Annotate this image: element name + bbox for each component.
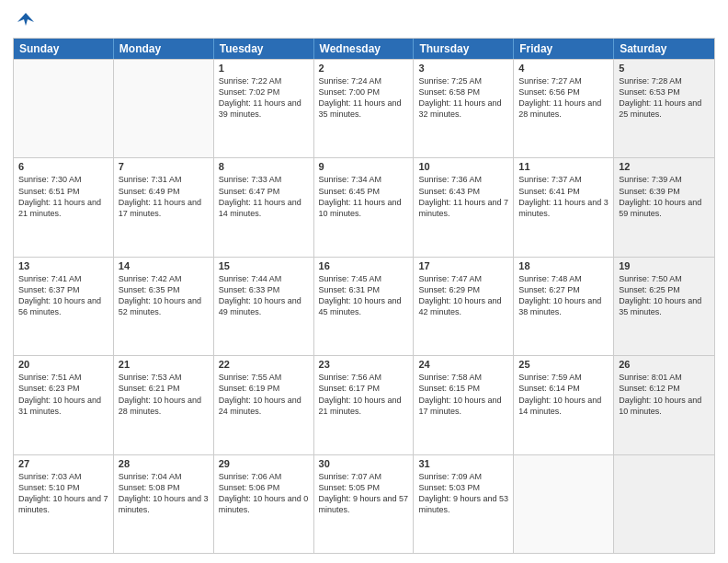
day-number: 2 (319, 63, 409, 74)
calendar-row-3: 20Sunrise: 7:51 AM Sunset: 6:23 PM Dayli… (14, 355, 714, 454)
cell-info: Sunrise: 7:42 AM Sunset: 6:35 PM Dayligh… (119, 273, 209, 318)
day-number: 4 (518, 63, 609, 74)
day-number: 24 (418, 359, 508, 370)
calendar-cell (514, 455, 614, 553)
day-number: 20 (18, 359, 108, 370)
logo (13, 9, 36, 30)
day-number: 28 (119, 458, 209, 469)
calendar-cell: 10Sunrise: 7:36 AM Sunset: 6:43 PM Dayli… (414, 158, 514, 256)
day-number: 22 (219, 359, 309, 370)
calendar-cell: 15Sunrise: 7:44 AM Sunset: 6:33 PM Dayli… (214, 258, 314, 355)
cell-info: Sunrise: 7:59 AM Sunset: 6:14 PM Dayligh… (518, 372, 609, 417)
calendar-cell: 18Sunrise: 7:48 AM Sunset: 6:27 PM Dayli… (514, 258, 614, 355)
cell-info: Sunrise: 7:41 AM Sunset: 6:37 PM Dayligh… (18, 273, 108, 318)
day-number: 19 (619, 260, 710, 271)
calendar-cell: 28Sunrise: 7:04 AM Sunset: 5:08 PM Dayli… (114, 455, 214, 553)
calendar-cell: 5Sunrise: 7:28 AM Sunset: 6:53 PM Daylig… (614, 60, 714, 157)
weekday-header-wednesday: Wednesday (314, 39, 415, 59)
cell-info: Sunrise: 7:24 AM Sunset: 7:00 PM Dayligh… (319, 75, 409, 121)
calendar-cell: 30Sunrise: 7:07 AM Sunset: 5:05 PM Dayli… (314, 455, 415, 553)
day-number: 30 (319, 458, 409, 469)
calendar-row-4: 27Sunrise: 7:03 AM Sunset: 5:10 PM Dayli… (14, 454, 714, 553)
cell-info: Sunrise: 7:33 AM Sunset: 6:47 PM Dayligh… (219, 174, 309, 219)
day-number: 17 (418, 260, 508, 271)
cell-info: Sunrise: 7:55 AM Sunset: 6:19 PM Dayligh… (219, 372, 309, 417)
cell-info: Sunrise: 8:01 AM Sunset: 6:12 PM Dayligh… (619, 372, 710, 417)
calendar-cell (614, 455, 714, 553)
weekday-header-tuesday: Tuesday (214, 39, 314, 59)
cell-info: Sunrise: 7:37 AM Sunset: 6:41 PM Dayligh… (518, 174, 609, 219)
calendar-cell: 3Sunrise: 7:25 AM Sunset: 6:58 PM Daylig… (414, 60, 514, 157)
calendar-cell: 9Sunrise: 7:34 AM Sunset: 6:45 PM Daylig… (314, 158, 415, 256)
cell-info: Sunrise: 7:31 AM Sunset: 6:49 PM Dayligh… (119, 174, 209, 219)
day-number: 3 (418, 63, 508, 74)
cell-info: Sunrise: 7:30 AM Sunset: 6:51 PM Dayligh… (18, 174, 108, 219)
calendar-cell: 14Sunrise: 7:42 AM Sunset: 6:35 PM Dayli… (114, 258, 214, 355)
day-number: 9 (319, 161, 409, 172)
calendar-cell: 16Sunrise: 7:45 AM Sunset: 6:31 PM Dayli… (314, 258, 415, 355)
calendar-header: SundayMondayTuesdayWednesdayThursdayFrid… (14, 39, 714, 59)
calendar-cell: 6Sunrise: 7:30 AM Sunset: 6:51 PM Daylig… (14, 158, 114, 256)
day-number: 25 (518, 359, 609, 370)
calendar-cell: 11Sunrise: 7:37 AM Sunset: 6:41 PM Dayli… (514, 158, 614, 256)
logo-bird-icon (16, 9, 36, 29)
day-number: 26 (619, 359, 710, 370)
day-number: 27 (18, 458, 108, 469)
cell-info: Sunrise: 7:53 AM Sunset: 6:21 PM Dayligh… (119, 372, 209, 417)
day-number: 11 (518, 161, 609, 172)
calendar-cell: 2Sunrise: 7:24 AM Sunset: 7:00 PM Daylig… (314, 60, 415, 157)
day-number: 5 (619, 63, 710, 74)
cell-info: Sunrise: 7:34 AM Sunset: 6:45 PM Dayligh… (319, 174, 409, 219)
cell-info: Sunrise: 7:03 AM Sunset: 5:10 PM Dayligh… (18, 471, 108, 516)
calendar-cell: 8Sunrise: 7:33 AM Sunset: 6:47 PM Daylig… (214, 158, 314, 256)
calendar: SundayMondayTuesdayWednesdayThursdayFrid… (13, 38, 715, 554)
weekday-header-monday: Monday (114, 39, 214, 59)
cell-info: Sunrise: 7:09 AM Sunset: 5:03 PM Dayligh… (418, 471, 508, 516)
calendar-cell: 22Sunrise: 7:55 AM Sunset: 6:19 PM Dayli… (214, 356, 314, 454)
calendar-cell: 20Sunrise: 7:51 AM Sunset: 6:23 PM Dayli… (14, 356, 114, 454)
calendar-cell: 31Sunrise: 7:09 AM Sunset: 5:03 PM Dayli… (414, 455, 514, 553)
calendar-row-0: 1Sunrise: 7:22 AM Sunset: 7:02 PM Daylig… (14, 59, 714, 157)
calendar-body: 1Sunrise: 7:22 AM Sunset: 7:02 PM Daylig… (14, 59, 714, 553)
weekday-header-friday: Friday (514, 39, 614, 59)
day-number: 1 (219, 63, 309, 74)
calendar-cell (14, 60, 114, 157)
cell-info: Sunrise: 7:07 AM Sunset: 5:05 PM Dayligh… (319, 471, 409, 516)
cell-info: Sunrise: 7:25 AM Sunset: 6:58 PM Dayligh… (418, 75, 508, 121)
cell-info: Sunrise: 7:56 AM Sunset: 6:17 PM Dayligh… (319, 372, 409, 417)
calendar-cell: 4Sunrise: 7:27 AM Sunset: 6:56 PM Daylig… (514, 60, 614, 157)
day-number: 29 (219, 458, 309, 469)
day-number: 8 (219, 161, 309, 172)
calendar-row-1: 6Sunrise: 7:30 AM Sunset: 6:51 PM Daylig… (14, 157, 714, 256)
cell-info: Sunrise: 7:28 AM Sunset: 6:53 PM Dayligh… (619, 75, 710, 121)
day-number: 6 (18, 161, 108, 172)
cell-info: Sunrise: 7:39 AM Sunset: 6:39 PM Dayligh… (619, 174, 710, 219)
day-number: 16 (319, 260, 409, 271)
header (13, 9, 715, 30)
day-number: 31 (418, 458, 508, 469)
day-number: 12 (619, 161, 710, 172)
cell-info: Sunrise: 7:27 AM Sunset: 6:56 PM Dayligh… (518, 75, 609, 121)
weekday-header-thursday: Thursday (414, 39, 514, 59)
cell-info: Sunrise: 7:45 AM Sunset: 6:31 PM Dayligh… (319, 273, 409, 318)
calendar-cell: 24Sunrise: 7:58 AM Sunset: 6:15 PM Dayli… (414, 356, 514, 454)
page: SundayMondayTuesdayWednesdayThursdayFrid… (0, 0, 728, 563)
calendar-cell: 13Sunrise: 7:41 AM Sunset: 6:37 PM Dayli… (14, 258, 114, 355)
calendar-cell: 19Sunrise: 7:50 AM Sunset: 6:25 PM Dayli… (614, 258, 714, 355)
calendar-cell: 1Sunrise: 7:22 AM Sunset: 7:02 PM Daylig… (214, 60, 314, 157)
cell-info: Sunrise: 7:58 AM Sunset: 6:15 PM Dayligh… (418, 372, 508, 417)
day-number: 23 (319, 359, 409, 370)
calendar-cell: 29Sunrise: 7:06 AM Sunset: 5:06 PM Dayli… (214, 455, 314, 553)
calendar-cell: 26Sunrise: 8:01 AM Sunset: 6:12 PM Dayli… (614, 356, 714, 454)
calendar-cell: 17Sunrise: 7:47 AM Sunset: 6:29 PM Dayli… (414, 258, 514, 355)
cell-info: Sunrise: 7:22 AM Sunset: 7:02 PM Dayligh… (219, 75, 309, 121)
day-number: 13 (18, 260, 108, 271)
cell-info: Sunrise: 7:36 AM Sunset: 6:43 PM Dayligh… (418, 174, 508, 219)
calendar-cell (114, 60, 214, 157)
calendar-cell: 25Sunrise: 7:59 AM Sunset: 6:14 PM Dayli… (514, 356, 614, 454)
weekday-header-sunday: Sunday (14, 39, 114, 59)
day-number: 15 (219, 260, 309, 271)
calendar-cell: 7Sunrise: 7:31 AM Sunset: 6:49 PM Daylig… (114, 158, 214, 256)
weekday-header-saturday: Saturday (614, 39, 714, 59)
cell-info: Sunrise: 7:48 AM Sunset: 6:27 PM Dayligh… (518, 273, 609, 318)
